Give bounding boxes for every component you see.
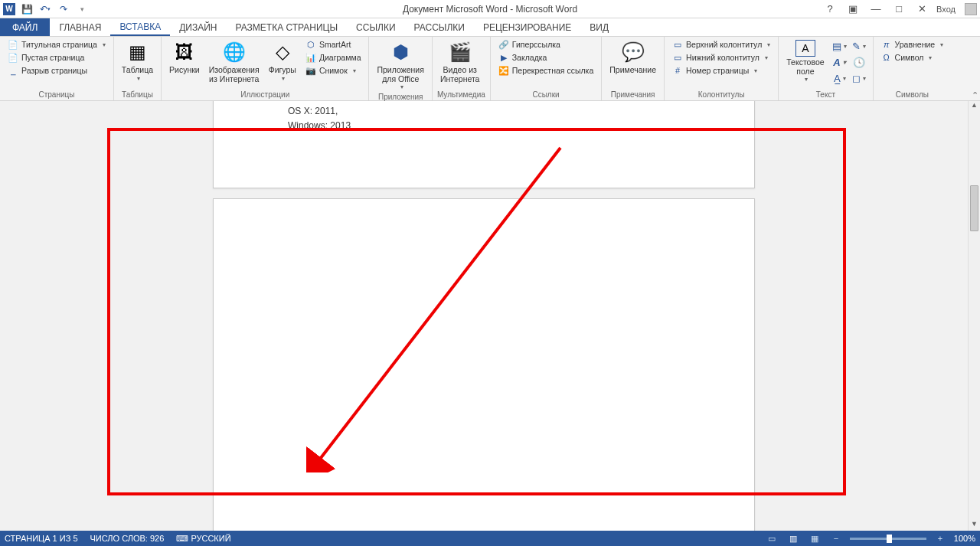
smartart-icon: ⬡ [305, 39, 316, 50]
collapse-ribbon-icon[interactable]: ⌃ [972, 90, 978, 100]
comment-label: Примечание [609, 66, 656, 75]
zoom-slider-knob[interactable] [887, 535, 892, 543]
tab-review[interactable]: РЕЦЕНЗИРОВАНИЕ [474, 18, 580, 36]
online-video-icon: 🎬 [448, 40, 472, 64]
text-box-button[interactable]: AТекстовое поле [783, 38, 827, 84]
blank-page-label: Пустая страница [21, 53, 84, 62]
title-bar: W 💾 ↶▾ ↷ ▾ Документ Microsoft Word - Mic… [0, 0, 980, 18]
shapes-button[interactable]: ◇Фигуры [266, 38, 299, 83]
cross-reference-icon: 🔀 [498, 65, 509, 76]
hyperlink-button[interactable]: 🔗Гиперссылка [495, 38, 596, 51]
online-video-button[interactable]: 🎬Видео из Интернета [437, 38, 483, 85]
cover-page-button[interactable]: 📄Титульная страница [5, 38, 109, 51]
tab-file[interactable]: ФАЙЛ [0, 18, 50, 36]
ribbon: 📄Титульная страница 📄Пустая страница ⎯Ра… [0, 37, 980, 101]
date-time-button[interactable]: 🕓 [850, 54, 868, 70]
tab-view[interactable]: ВИД [580, 18, 618, 36]
scroll-up-icon[interactable]: ▲ [969, 101, 980, 112]
footer-icon: ▭ [672, 52, 683, 63]
smartart-button[interactable]: ⬡SmartArt [302, 38, 364, 51]
text-box-label: Текстовое поле [786, 58, 824, 76]
footer-label: Нижний колонтитул [686, 53, 760, 62]
office-apps-button[interactable]: ⬢Приложения для Office [374, 38, 426, 92]
close-button[interactable]: ✕ [913, 2, 930, 17]
zoom-out-button[interactable]: − [828, 532, 844, 544]
office-apps-label: Приложения для Office [377, 66, 423, 83]
cross-reference-label: Перекрестная ссылка [512, 66, 593, 75]
document-area[interactable]: OS X: 2011, Windows: 2013 [0, 101, 968, 531]
maximize-button[interactable]: □ [890, 2, 907, 17]
chart-button[interactable]: 📊Диаграмма [302, 51, 364, 64]
minimize-button[interactable]: — [867, 2, 884, 17]
blank-page-button[interactable]: 📄Пустая страница [5, 51, 109, 64]
quick-access-toolbar: W 💾 ↶▾ ↷ ▾ [0, 2, 89, 16]
sign-in-label[interactable]: Вход [936, 5, 956, 14]
tab-page-layout[interactable]: РАЗМЕТКА СТРАНИЦЫ [227, 18, 348, 36]
screenshot-button[interactable]: 📷Снимок [302, 64, 364, 77]
status-language[interactable]: ⌨ РУССКИЙ [176, 534, 230, 544]
pictures-button[interactable]: 🖼Рисунки [166, 38, 203, 77]
word-app-icon: W [3, 3, 15, 15]
symbol-button[interactable]: ΩСимвол [878, 51, 947, 64]
bookmark-button[interactable]: ▶Закладка [495, 51, 596, 64]
print-layout-button[interactable]: ▥ [786, 532, 801, 544]
wordart-button[interactable]: A [831, 54, 849, 70]
web-layout-button[interactable]: ▦ [807, 532, 822, 544]
save-icon[interactable]: 💾 [20, 2, 34, 16]
status-language-label: РУССКИЙ [191, 534, 230, 543]
drop-cap-button[interactable]: A̲ [831, 70, 849, 86]
page-break-button[interactable]: ⎯Разрыв страницы [5, 64, 109, 77]
pictures-icon: 🖼 [172, 40, 197, 64]
table-button[interactable]: ▦ Таблица [119, 38, 156, 83]
chart-icon: 📊 [305, 52, 316, 63]
online-pictures-button[interactable]: 🌐Изображения из Интернета [206, 38, 263, 85]
zoom-level[interactable]: 100% [954, 534, 975, 543]
shapes-label: Фигуры [269, 66, 296, 75]
object-button[interactable]: ◻ [850, 70, 868, 86]
status-page[interactable]: СТРАНИЦА 1 ИЗ 5 [5, 534, 78, 543]
document-line-2a: Windows [288, 120, 325, 131]
equation-button[interactable]: πУравнение [878, 38, 947, 51]
tab-insert[interactable]: ВСТАВКА [110, 18, 170, 36]
document-line-2b: : 2013 [325, 120, 351, 131]
online-pictures-icon: 🌐 [222, 40, 247, 64]
undo-icon[interactable]: ↶▾ [38, 2, 52, 16]
scrollbar-thumb[interactable] [970, 185, 978, 231]
tab-mailings[interactable]: РАССЫЛКИ [405, 18, 474, 36]
redo-icon[interactable]: ↷ [57, 2, 70, 16]
hyperlink-icon: 🔗 [498, 39, 509, 50]
ribbon-display-options-icon[interactable]: ▣ [844, 2, 861, 17]
document-text[interactable]: OS X: 2011, Windows: 2013 [288, 104, 351, 133]
tab-design[interactable]: ДИЗАЙН [170, 18, 226, 36]
cross-reference-button[interactable]: 🔀Перекрестная ссылка [495, 64, 596, 77]
help-icon[interactable]: ? [822, 2, 838, 17]
blank-page-icon: 📄 [8, 52, 18, 63]
read-mode-button[interactable]: ▭ [764, 532, 779, 544]
tab-home[interactable]: ГЛАВНАЯ [50, 18, 110, 36]
zoom-slider[interactable] [850, 538, 926, 540]
group-tables: ▦ Таблица Таблицы [114, 37, 162, 100]
tab-references[interactable]: ССЫЛКИ [347, 18, 404, 36]
document-page-2[interactable] [213, 198, 755, 531]
group-apps: ⬢Приложения для Office Приложения [369, 37, 432, 100]
symbol-label: Символ [895, 53, 924, 62]
page-number-icon: # [672, 65, 683, 76]
header-button[interactable]: ▭Верхний колонтитул [669, 38, 773, 51]
text-box-icon: A [795, 40, 815, 57]
document-line-2: Windows: 2013 [288, 119, 351, 133]
page-number-button[interactable]: #Номер страницы [669, 64, 773, 77]
status-word-count[interactable]: ЧИСЛО СЛОВ: 926 [90, 534, 165, 543]
quick-parts-button[interactable]: ▤ [831, 38, 849, 54]
footer-button[interactable]: ▭Нижний колонтитул [669, 51, 773, 64]
zoom-in-button[interactable]: + [933, 532, 948, 544]
qat-customize-icon[interactable]: ▾ [75, 2, 89, 16]
group-symbols: πУравнение ΩСимвол Символы [874, 37, 952, 100]
smartart-label: SmartArt [319, 40, 351, 49]
bookmark-icon: ▶ [498, 52, 509, 63]
user-avatar-icon[interactable] [965, 3, 977, 15]
screenshot-label: Снимок [319, 66, 348, 75]
vertical-scrollbar[interactable]: ▲ ▼ [968, 101, 980, 531]
scroll-down-icon[interactable]: ▼ [969, 520, 980, 531]
comment-button[interactable]: 💬Примечание [606, 38, 659, 77]
signature-line-button[interactable]: ✎ [850, 38, 868, 54]
